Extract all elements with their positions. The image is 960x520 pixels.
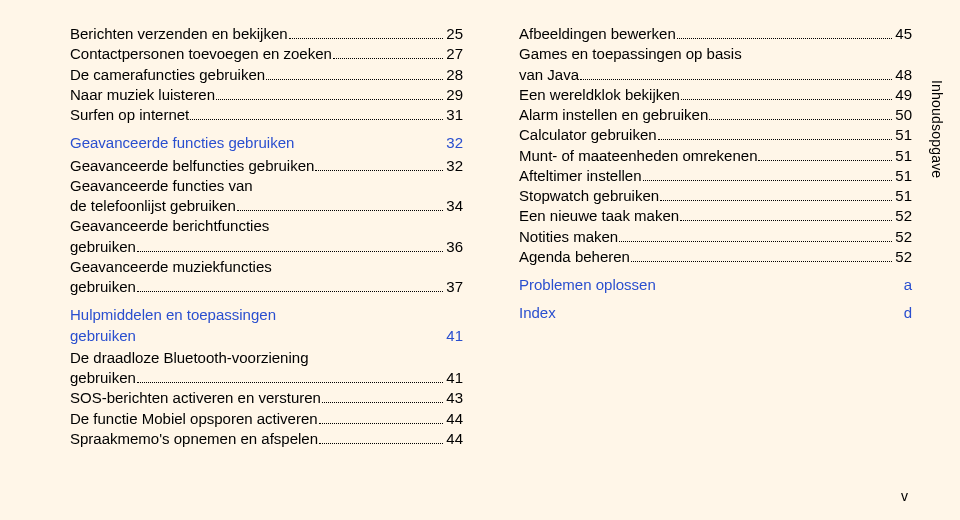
toc-entry-page: 50 [893, 105, 912, 125]
toc-entry-page: 43 [444, 388, 463, 408]
toc-section-page: 32 [444, 133, 463, 153]
toc-section-label: Geavanceerde functies gebruiken [70, 133, 444, 153]
toc-entry-page: 51 [893, 166, 912, 186]
toc-leader-dots [137, 251, 443, 252]
toc-entry-page: 34 [444, 196, 463, 216]
toc-leader-dots [266, 79, 443, 80]
toc-leader-dots [758, 160, 892, 161]
toc-entry-label: Afteltimer instellen [519, 166, 642, 186]
toc-leader-dots [216, 99, 443, 100]
toc-entry-label: Geavanceerde functies van [70, 176, 463, 196]
toc-entry: Munt- of maateenheden omrekenen51 [519, 146, 912, 166]
toc-entry: Contactpersonen toevoegen en zoeken27 [70, 44, 463, 64]
toc-leader-dots [580, 79, 892, 80]
toc-entry-label: gebruiken [70, 237, 136, 257]
toc-entry-page: 37 [444, 277, 463, 297]
toc-entry: De camerafuncties gebruiken28 [70, 65, 463, 85]
toc-leader-dots [619, 241, 892, 242]
toc-entry-page: 51 [893, 146, 912, 166]
toc-section-page: a [902, 275, 912, 295]
toc-entry-page: 48 [893, 65, 912, 85]
toc-leader-dots [322, 402, 443, 403]
toc-entry: Geavanceerde belfuncties gebruiken32 [70, 156, 463, 176]
toc-entry-label: De functie Mobiel opsporen activeren [70, 409, 318, 429]
toc-entry: Naar muziek luisteren29 [70, 85, 463, 105]
toc-entry-page: 31 [444, 105, 463, 125]
toc-entry: Stopwatch gebruiken51 [519, 186, 912, 206]
toc-section-label: Index [519, 303, 902, 323]
toc-leader-dots [660, 200, 892, 201]
toc-entry-label: De draadloze Bluetooth-voorziening [70, 348, 463, 368]
toc-section-heading: Problemen oplossena [519, 275, 912, 295]
toc-entry-page: 44 [444, 409, 463, 429]
toc-entry-label: Notities maken [519, 227, 618, 247]
toc-section-heading: Indexd [519, 303, 912, 323]
toc-entry-label: gebruiken [70, 277, 136, 297]
toc-section-page: d [902, 303, 912, 323]
toc-leader-dots [677, 38, 893, 39]
toc-entry-label: Contactpersonen toevoegen en zoeken [70, 44, 332, 64]
toc-entry: Een nieuwe taak maken52 [519, 206, 912, 226]
toc-leader-dots [680, 220, 892, 221]
toc-entry-page: 36 [444, 237, 463, 257]
toc-entry-label: Geavanceerde muziekfuncties [70, 257, 463, 277]
toc-entry: gebruiken37 [70, 277, 463, 297]
toc-entry-page: 51 [893, 125, 912, 145]
toc-entry: gebruiken36 [70, 237, 463, 257]
toc-leader-dots [643, 180, 893, 181]
toc-entry: Afbeeldingen bewerken45 [519, 24, 912, 44]
toc-entry-page: 44 [444, 429, 463, 449]
toc-leader-dots [709, 119, 892, 120]
toc-entry: Alarm instellen en gebruiken50 [519, 105, 912, 125]
toc-entry-label: Agenda beheren [519, 247, 630, 267]
toc-entry: Berichten verzenden en bekijken25 [70, 24, 463, 44]
toc-entry-label: SOS-berichten activeren en versturen [70, 388, 321, 408]
toc-entry: Notities maken52 [519, 227, 912, 247]
toc-entry-page: 32 [444, 156, 463, 176]
toc-section-heading: Geavanceerde functies gebruiken32 [70, 133, 463, 153]
toc-entry-page: 27 [444, 44, 463, 64]
toc-entry: Calculator gebruiken51 [519, 125, 912, 145]
toc-entry-label: gebruiken [70, 368, 136, 388]
toc-leader-dots [681, 99, 892, 100]
toc-left-column: Berichten verzenden en bekijken25Contact… [70, 24, 463, 449]
toc-leader-dots [631, 261, 892, 262]
toc-leader-dots [319, 443, 443, 444]
toc-entry-label: De camerafuncties gebruiken [70, 65, 265, 85]
toc-leader-dots [237, 210, 443, 211]
side-tab-label: Inhoudsopgave [927, 80, 946, 178]
toc-entry-label: Geavanceerde belfuncties gebruiken [70, 156, 314, 176]
toc-entry: Een wereldklok bekijken49 [519, 85, 912, 105]
page-number: v [901, 487, 908, 506]
toc-leader-dots [137, 382, 443, 383]
toc-entry: Agenda beheren52 [519, 247, 912, 267]
toc-entry-label: Games en toepassingen op basis [519, 44, 912, 64]
toc-entry-page: 52 [893, 247, 912, 267]
toc-entry: van Java48 [519, 65, 912, 85]
toc-entry-page: 41 [444, 368, 463, 388]
toc-entry-label: Surfen op internet [70, 105, 189, 125]
toc-entry-label: Spraakmemo's opnemen en afspelen [70, 429, 318, 449]
toc-entry-page: 45 [893, 24, 912, 44]
toc-entry: Surfen op internet31 [70, 105, 463, 125]
toc-leader-dots [315, 170, 443, 171]
toc-entry: de telefoonlijst gebruiken34 [70, 196, 463, 216]
toc-leader-dots [289, 38, 444, 39]
toc-right-column: Afbeeldingen bewerken45Games en toepassi… [519, 24, 912, 449]
toc-entry-label: van Java [519, 65, 579, 85]
toc-entry-label: Stopwatch gebruiken [519, 186, 659, 206]
toc-entry-label: Naar muziek luisteren [70, 85, 215, 105]
toc-entry: De functie Mobiel opsporen activeren44 [70, 409, 463, 429]
toc-entry-page: 49 [893, 85, 912, 105]
toc-entry-page: 51 [893, 186, 912, 206]
toc-entry-page: 52 [893, 206, 912, 226]
toc-section-label: Hulpmiddelen en toepassingen [70, 305, 463, 325]
toc-entry-page: 52 [893, 227, 912, 247]
toc-entry-label: Calculator gebruiken [519, 125, 657, 145]
toc-entry: Afteltimer instellen51 [519, 166, 912, 186]
toc-entry-page: 28 [444, 65, 463, 85]
toc-section-heading: Hulpmiddelen en toepassingen [70, 305, 463, 325]
toc-section-label: gebruiken [70, 326, 444, 346]
toc-entry-label: Een nieuwe taak maken [519, 206, 679, 226]
toc-entry: SOS-berichten activeren en versturen43 [70, 388, 463, 408]
